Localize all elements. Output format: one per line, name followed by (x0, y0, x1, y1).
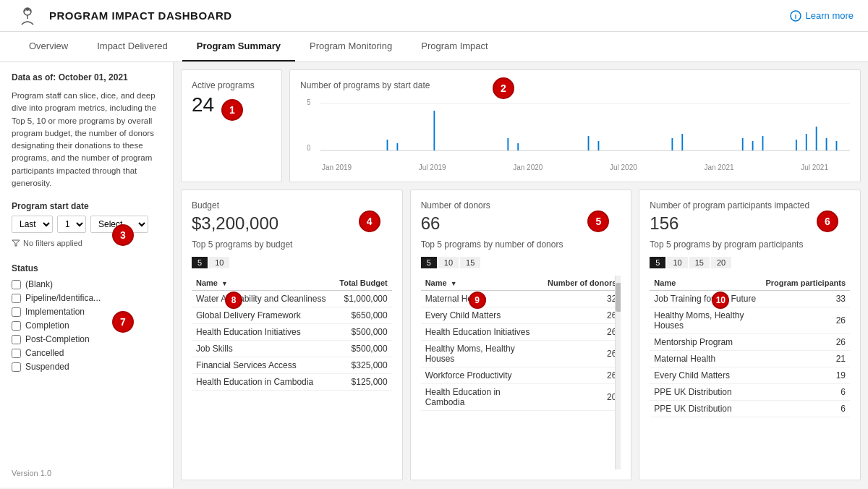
version-label: Version 1.0 (12, 462, 161, 477)
tab-overview[interactable]: Overview (14, 32, 82, 61)
participants-row-name: Job Training for the Future (650, 291, 761, 307)
status-pipeline[interactable]: Pipeline/Identifica... (12, 293, 161, 303)
participants-table-row: Job Training for the Future33 (650, 291, 850, 307)
timeline-label-jul2020: Jul 2020 (610, 163, 637, 171)
scroll-thumb (616, 283, 621, 312)
participants-row-value: 21 (761, 351, 850, 367)
donors-table-row: Maternal Health32 (421, 291, 621, 307)
nav-tabs: Overview Impact Delivered Program Summar… (0, 32, 868, 62)
budget-row-name: Water Availability and Cleanliness (192, 291, 333, 307)
budget-table-title: Top 5 programs by budget (192, 239, 392, 250)
participants-table-container[interactable]: Name Program participants Job Training f… (650, 276, 850, 469)
annotation-9: 9 (469, 292, 486, 309)
status-post-completion[interactable]: Post-Completion (12, 334, 161, 344)
filter-period-select[interactable]: Last (12, 216, 53, 233)
tab-impact-delivered[interactable]: Impact Delivered (82, 32, 182, 61)
donors-table-container[interactable]: Name ▼ Number of donors Maternal Health3… (421, 276, 621, 469)
svg-text:0: 0 (307, 144, 310, 152)
donors-row-name: Every Child Matters (421, 307, 543, 324)
tab-program-monitoring[interactable]: Program Monitoring (295, 32, 407, 61)
participants-row-value: 6 (761, 401, 850, 417)
sidebar: Data as of: October 01, 2021 Program sta… (0, 62, 174, 488)
sort-arrow-donors-name[interactable]: ▼ (451, 280, 457, 287)
donors-table: Name ▼ Number of donors Maternal Health3… (421, 276, 621, 411)
participants-row-name: Every Child Matters (650, 367, 761, 384)
annotation-1: 1 (221, 99, 243, 121)
donors-row-name: Health Education Initiatives (421, 324, 543, 341)
participants-table-title: Top 5 programs by program participants (650, 239, 850, 250)
donors-row-name: Healthy Moms, Healthy Houses (421, 341, 543, 367)
timeline-title: Number of programs by start date (300, 80, 850, 90)
donors-row-value: 26 (543, 341, 621, 367)
donors-table-row: Every Child Matters26 (421, 307, 621, 324)
budget-col-name: Name ▼ (192, 276, 333, 291)
donors-tab-10[interactable]: 10 (438, 257, 459, 268)
participants-table-row: Mentorship Program26 (650, 334, 850, 351)
status-completion[interactable]: Completion (12, 320, 161, 331)
participants-row-value: 26 (761, 307, 850, 334)
donors-table-row: Health Education in Cambodia20 (421, 384, 621, 411)
tab-program-impact[interactable]: Program Impact (407, 32, 502, 61)
status-suspended[interactable]: Suspended (12, 362, 161, 372)
status-cancelled[interactable]: Cancelled (12, 348, 161, 358)
participants-col-participants: Program participants (761, 276, 850, 291)
budget-row-name: Health Education Initiatives (192, 324, 333, 341)
filter-label: Program start date (12, 201, 161, 211)
bottom-row: 4 Budget $3,200,000 Top 5 programs by bu… (181, 190, 861, 480)
timeline-label-jan2020: Jan 2020 (513, 163, 542, 171)
learn-more-link[interactable]: i Learn more (790, 10, 854, 22)
participants-row-name: Healthy Moms, Healthy Houses (650, 307, 761, 334)
participants-row-name: PPE UK Distribution (650, 384, 761, 401)
page-title: PROGRAM IMPACT DASHBOARD (49, 9, 232, 22)
budget-table-row: Water Availability and Cleanliness$1,000… (192, 291, 392, 307)
donors-tab-15[interactable]: 15 (460, 257, 480, 268)
budget-row-value: $500,000 (333, 341, 391, 357)
budget-table-container[interactable]: Name ▼ Total Budget Water Availability a… (192, 276, 392, 469)
donors-tab-bar: 9 5 10 15 (421, 257, 621, 268)
participants-card: 6 Number of program participants impacte… (639, 190, 861, 480)
participants-tab-15[interactable]: 15 (689, 257, 710, 268)
budget-table-row: Health Education in Cambodia$125,000 (192, 374, 392, 391)
donors-tab-5[interactable]: 5 (421, 257, 437, 268)
donors-card: 5 Number of donors 66 Top 5 programs by … (410, 190, 632, 480)
budget-table-row: Job Skills$500,000 (192, 341, 392, 357)
annotation-3: 3 (112, 224, 134, 246)
budget-row-name: Job Skills (192, 341, 333, 357)
no-filters-label: No filters applied (12, 239, 161, 247)
participants-row-value: 26 (761, 334, 850, 351)
budget-table-row: Global Delivery Framework$650,000 (192, 307, 392, 324)
donors-row-value: 32 (543, 291, 621, 307)
annotation-4: 4 (359, 211, 380, 232)
program-start-date-filter: Program start date Last 1 Select No filt… (12, 201, 161, 247)
participants-tab-5[interactable]: 5 (650, 257, 665, 268)
budget-card: 4 Budget $3,200,000 Top 5 programs by bu… (181, 190, 403, 480)
filter-num-select[interactable]: 1 (57, 216, 86, 233)
participants-row-value: 6 (761, 384, 850, 401)
timeline-label-jan2019: Jan 2019 (322, 163, 352, 171)
participants-table-row: PPE UK Distribution6 (650, 384, 850, 401)
donors-col-name: Name ▼ (421, 276, 543, 291)
sort-arrow-name[interactable]: ▼ (221, 280, 228, 287)
participants-tab-10[interactable]: 10 (667, 257, 687, 268)
donors-title: Number of donors (421, 200, 621, 211)
budget-row-value: $1,000,000 (333, 291, 391, 307)
participants-row-value: 33 (761, 291, 850, 307)
budget-tab-10[interactable]: 10 (209, 257, 229, 268)
donors-table-title: Top 5 programs by number of donors (421, 239, 621, 250)
status-blank[interactable]: (Blank) (12, 279, 161, 289)
status-implementation[interactable]: Implementation (12, 307, 161, 317)
budget-tab-bar: 8 5 10 (192, 257, 392, 268)
active-programs-card: 1 Active programs 24 (181, 69, 282, 182)
svg-text:5: 5 (307, 98, 310, 106)
participants-table-row: Every Child Matters19 (650, 367, 850, 384)
sidebar-description: Program staff can slice, dice, and deep … (12, 90, 161, 190)
budget-tab-5[interactable]: 5 (192, 257, 208, 268)
status-filter-section: Status (Blank) Pipeline/Identifica... Im… (12, 263, 161, 375)
tab-program-summary[interactable]: Program Summary (182, 32, 295, 61)
svg-marker-5 (12, 240, 20, 246)
budget-col-budget: Total Budget (333, 276, 391, 291)
budget-row-name: Financial Services Access (192, 357, 333, 374)
header-left: PROGRAM IMPACT DASHBOARD (14, 3, 232, 29)
participants-tab-20[interactable]: 20 (711, 257, 731, 268)
participants-table-row: PPE UK Distribution6 (650, 401, 850, 417)
